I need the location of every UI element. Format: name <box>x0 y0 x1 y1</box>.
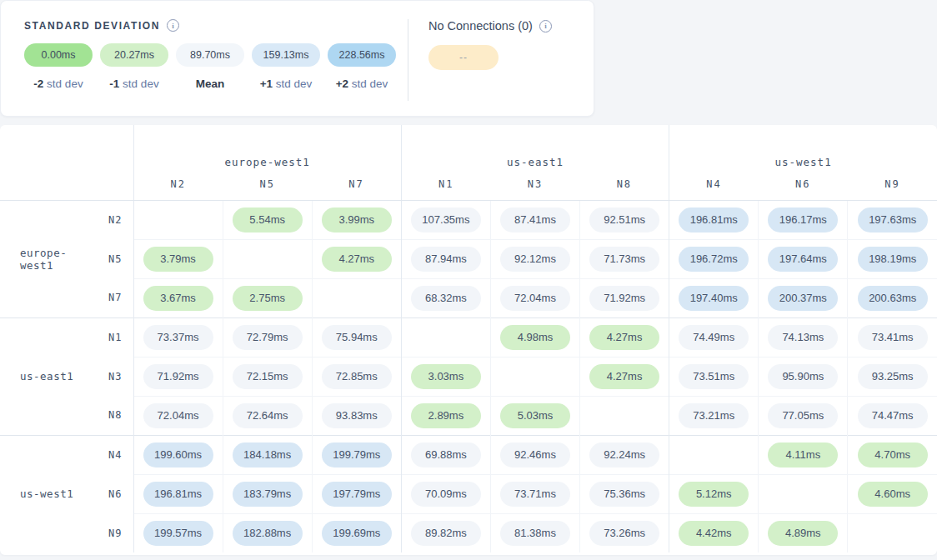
latency-pill[interactable]: 2.75ms <box>233 286 303 311</box>
no-connections-info-icon[interactable]: i <box>539 20 552 32</box>
latency-pill[interactable]: 3.79ms <box>143 247 213 272</box>
latency-pill[interactable]: 92.24ms <box>589 442 659 468</box>
latency-cell: 92.46ms <box>490 435 579 474</box>
latency-pill[interactable]: 183.79ms <box>233 482 303 507</box>
latency-pill[interactable]: 72.04ms <box>500 286 570 311</box>
latency-pill[interactable]: 107.35ms <box>411 208 481 232</box>
latency-pill[interactable]: 72.15ms <box>233 364 303 389</box>
latency-pill[interactable]: 4.27ms <box>589 364 659 389</box>
column-node-header: N5 <box>223 172 312 200</box>
std-dev-info-icon[interactable]: i <box>167 19 179 32</box>
latency-cell: 73.71ms <box>490 474 579 513</box>
latency-pill[interactable]: 182.88ms <box>233 521 303 546</box>
latency-cell: 92.12ms <box>490 239 579 278</box>
latency-pill[interactable]: 73.37ms <box>143 325 213 350</box>
latency-pill[interactable]: 73.71ms <box>500 482 570 507</box>
column-group-header: europe-west1 <box>133 125 401 172</box>
latency-pill[interactable]: 74.47ms <box>858 403 928 428</box>
latency-pill[interactable]: 4.70ms <box>858 442 928 468</box>
latency-pill[interactable]: 2.89ms <box>411 403 481 428</box>
latency-cell: 73.21ms <box>669 396 759 435</box>
latency-pill[interactable]: 93.25ms <box>858 364 928 389</box>
latency-pill[interactable]: 3.03ms <box>411 364 481 389</box>
latency-pill[interactable]: 4.42ms <box>679 521 749 546</box>
matrix-corner-cell <box>0 125 133 200</box>
latency-pill[interactable]: 3.99ms <box>322 208 392 232</box>
latency-pill[interactable]: 4.11ms <box>768 442 838 468</box>
latency-cell: 92.24ms <box>580 435 669 474</box>
column-node-header: N7 <box>312 172 401 200</box>
latency-pill[interactable]: 196.81ms <box>143 482 213 507</box>
latency-pill[interactable]: 71.92ms <box>143 364 213 389</box>
latency-pill[interactable]: 196.72ms <box>679 247 749 272</box>
latency-pill[interactable]: 92.46ms <box>500 442 570 468</box>
latency-pill[interactable]: 197.63ms <box>858 208 928 232</box>
latency-pill[interactable]: 87.94ms <box>411 247 481 272</box>
latency-pill[interactable]: 74.13ms <box>768 325 838 350</box>
latency-pill[interactable]: 200.37ms <box>768 286 838 311</box>
latency-pill[interactable]: 75.36ms <box>589 482 659 507</box>
latency-pill[interactable]: 4.27ms <box>322 247 392 272</box>
latency-pill[interactable]: 72.64ms <box>233 403 303 428</box>
latency-pill[interactable]: 71.73ms <box>589 247 659 272</box>
latency-pill[interactable]: 87.41ms <box>500 208 570 232</box>
row-region-label: us-east1 <box>0 318 77 435</box>
latency-pill[interactable]: 196.17ms <box>768 208 838 232</box>
latency-pill[interactable]: 73.21ms <box>679 403 749 428</box>
latency-pill[interactable]: 73.26ms <box>589 521 659 546</box>
latency-pill[interactable]: 3.67ms <box>143 286 213 311</box>
column-node-header: N6 <box>759 172 848 200</box>
latency-pill[interactable]: 95.90ms <box>768 364 838 389</box>
latency-pill[interactable]: 69.88ms <box>411 442 481 468</box>
latency-cell: 199.79ms <box>312 435 401 474</box>
latency-pill[interactable]: 92.51ms <box>589 208 659 232</box>
latency-pill[interactable]: 199.60ms <box>143 442 213 468</box>
latency-pill[interactable]: 184.18ms <box>233 442 303 468</box>
latency-cell: 72.64ms <box>223 396 312 435</box>
latency-pill[interactable]: 74.49ms <box>679 325 749 350</box>
latency-pill[interactable]: 4.60ms <box>858 482 928 507</box>
latency-pill[interactable]: 73.41ms <box>858 325 928 350</box>
latency-cell: 87.94ms <box>401 239 490 278</box>
latency-pill[interactable]: 199.79ms <box>322 442 392 468</box>
latency-pill[interactable]: 197.64ms <box>768 247 838 272</box>
latency-cell: 72.15ms <box>223 357 312 396</box>
latency-pill[interactable]: 75.94ms <box>322 325 392 350</box>
latency-pill[interactable]: 5.54ms <box>233 208 303 232</box>
latency-pill[interactable]: 72.04ms <box>143 403 213 428</box>
latency-matrix-table: europe-west1us-east1us-west1N2N5N7N1N3N8… <box>0 125 937 552</box>
latency-pill[interactable]: 70.09ms <box>411 482 481 507</box>
latency-pill[interactable]: 89.82ms <box>411 521 481 546</box>
latency-pill[interactable]: 4.27ms <box>589 325 659 350</box>
latency-pill[interactable]: 73.51ms <box>679 364 749 389</box>
latency-pill[interactable]: 196.81ms <box>679 208 749 232</box>
latency-cell: 197.64ms <box>759 239 848 278</box>
latency-pill[interactable]: 200.63ms <box>858 286 928 311</box>
no-connections-title: No Connections (0) <box>428 19 533 32</box>
latency-pill[interactable]: 5.03ms <box>500 403 570 428</box>
latency-cell: 3.67ms <box>133 278 223 318</box>
std-dev-pill-row: 0.00ms20.27ms89.70ms159.13ms228.56ms <box>24 43 408 67</box>
latency-pill[interactable]: 71.92ms <box>589 286 659 311</box>
latency-cell: 196.17ms <box>759 200 848 239</box>
latency-pill[interactable]: 4.89ms <box>768 521 838 546</box>
latency-pill[interactable]: 72.79ms <box>233 325 303 350</box>
latency-pill[interactable]: 197.79ms <box>322 482 392 507</box>
latency-pill[interactable]: 198.19ms <box>858 247 928 272</box>
latency-pill[interactable]: 93.83ms <box>322 403 392 428</box>
latency-cell: 70.09ms <box>401 474 490 513</box>
latency-pill[interactable]: 197.40ms <box>679 286 749 311</box>
latency-pill[interactable]: 4.98ms <box>500 325 570 350</box>
row-node-label: N1 <box>77 318 133 357</box>
latency-pill[interactable]: 72.85ms <box>322 364 392 389</box>
latency-pill[interactable]: 81.38ms <box>500 521 570 546</box>
empty-diagonal-cell <box>401 318 490 357</box>
latency-pill[interactable]: 5.12ms <box>679 482 749 507</box>
latency-pill[interactable]: 199.57ms <box>143 521 213 546</box>
latency-cell: 199.57ms <box>133 513 223 552</box>
latency-pill[interactable]: 199.69ms <box>322 521 392 546</box>
latency-pill[interactable]: 92.12ms <box>500 247 570 272</box>
latency-pill[interactable]: 68.32ms <box>411 286 481 311</box>
latency-pill[interactable]: 77.05ms <box>768 403 838 428</box>
latency-cell: 89.82ms <box>401 513 490 552</box>
